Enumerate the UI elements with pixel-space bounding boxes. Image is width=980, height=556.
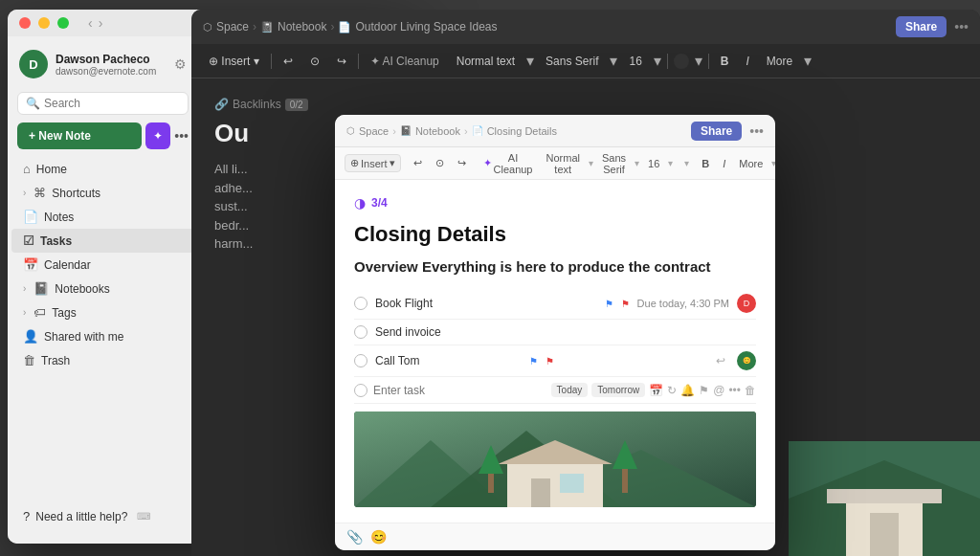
task-input[interactable]	[373, 384, 546, 397]
redo-button[interactable]: ↪	[331, 52, 352, 71]
undo-icon[interactable]: ↩	[716, 354, 725, 367]
breadcrumb-sep: ›	[464, 125, 468, 137]
task-avatar: 😊	[737, 351, 756, 370]
maximize-button[interactable]	[57, 17, 69, 29]
tomorrow-button[interactable]: Tomorrow	[591, 383, 645, 397]
bell-icon-btn[interactable]: 🔔	[680, 383, 695, 397]
notes-icon: 📄	[23, 210, 38, 224]
note-icon: 📄	[338, 21, 351, 33]
font-size-button[interactable]: 16	[623, 52, 647, 71]
user-name: Dawson Pacheco	[56, 53, 174, 66]
bg-note-titlebar: ⬡ Space › 📓 Notebook › 📄 Outdoor Living …	[191, 10, 980, 44]
sidebar-item-shortcuts[interactable]: › ⌘ Shortcuts	[11, 181, 194, 205]
more-button[interactable]: •••	[749, 123, 764, 139]
sidebar-search[interactable]: 🔍 ⌥⌘F	[17, 92, 189, 115]
ai-cleanup-button[interactable]: ✦ AI Cleanup	[479, 150, 538, 177]
color-button[interactable]	[674, 54, 689, 69]
chevron-down-icon: ▾	[668, 158, 673, 168]
list-item[interactable]: Send invoice	[354, 320, 756, 345]
modal-bottom-bar: 📎 😊	[335, 523, 775, 550]
history-button[interactable]: ⊙	[304, 52, 325, 71]
chevron-down-icon: ▾	[771, 158, 775, 168]
help-icon: ?	[23, 509, 30, 523]
today-button[interactable]: Today	[551, 383, 589, 397]
sidebar-item-notes[interactable]: 📄 Notes	[11, 205, 194, 229]
sidebar-item-notebooks[interactable]: › 📓 Notebooks	[11, 277, 194, 300]
settings-icon[interactable]: ⚙	[174, 56, 187, 72]
more-options-button[interactable]: •••	[174, 128, 189, 144]
undo-button[interactable]: ↩	[278, 52, 299, 71]
font-button[interactable]: Sans Serif	[540, 52, 604, 71]
italic-button[interactable]: I	[741, 52, 755, 71]
modal-content: ◑ 3/4 Closing Details Overview Everythin…	[335, 180, 775, 523]
insert-button[interactable]: ⊕ Insert ▾	[203, 52, 265, 71]
repeat-icon-btn[interactable]: ↻	[667, 383, 677, 397]
modal-breadcrumb: ⬡ Space › 📓 Notebook › 📄 Closing Details	[346, 125, 683, 137]
forward-arrow-icon[interactable]: ›	[99, 15, 103, 31]
task-checkbox[interactable]	[354, 354, 368, 367]
text-style-button[interactable]: Normal text	[451, 52, 521, 71]
ai-icon: ✦	[483, 157, 492, 169]
bold-button[interactable]: B	[715, 52, 735, 71]
sidebar-item-shared[interactable]: 👤 Shared with me	[11, 324, 194, 348]
text-style-button[interactable]: Normal text	[542, 150, 585, 177]
modal-titlebar: ⬡ Space › 📓 Notebook › 📄 Closing Details…	[335, 115, 775, 147]
sidebar-item-tasks[interactable]: ☑ Tasks	[11, 229, 194, 253]
breadcrumb-space: Space	[359, 125, 389, 137]
modal-window: ⬡ Space › 📓 Notebook › 📄 Closing Details…	[335, 115, 775, 550]
chevron-icon: ›	[23, 307, 26, 318]
font-size-button[interactable]: 16	[643, 156, 664, 171]
more-icon-btn[interactable]: •••	[728, 383, 741, 397]
task-checkbox[interactable]	[354, 297, 368, 310]
share-button[interactable]: Share	[896, 16, 947, 37]
chevron-down-icon: ▾	[804, 52, 812, 70]
task-name: Call Tom	[375, 354, 522, 367]
insert-button[interactable]: ⊕ ⊕ Insert Insert ▾	[345, 154, 401, 172]
more-button[interactable]: More	[734, 156, 768, 171]
plus-icon: ⊕	[350, 157, 359, 169]
breadcrumb-sep: ›	[253, 20, 256, 33]
breadcrumb-note: Outdoor Living Space Ideas	[355, 20, 497, 33]
list-item[interactable]: Call Tom ⚑ ⚑ ↩ 😊	[354, 345, 756, 377]
attach-icon[interactable]: 📎	[346, 529, 363, 545]
italic-button[interactable]: I	[718, 156, 730, 171]
search-input[interactable]	[44, 97, 188, 110]
ai-note-button[interactable]: ✦	[145, 122, 170, 149]
help-item[interactable]: ? Need a little help? ⌨	[11, 504, 194, 528]
font-button[interactable]: Sans Serif	[597, 150, 631, 177]
history-button[interactable]: ⊙	[431, 155, 449, 171]
bold-button[interactable]: B	[697, 156, 714, 171]
calendar-icon-btn[interactable]: 📅	[649, 383, 663, 397]
sidebar-item-tags[interactable]: › 🏷 Tags	[11, 300, 194, 324]
at-icon-btn[interactable]: @	[713, 383, 724, 397]
list-item[interactable]: Book Flight ⚑ ⚑ Due today, 4:30 PM D	[354, 288, 756, 320]
chevron-down-icon: ▾	[610, 52, 617, 70]
redo-button[interactable]: ↪	[453, 155, 471, 171]
chevron-down-icon: ▾	[684, 158, 689, 168]
share-button[interactable]: Share	[691, 122, 742, 141]
keyboard-icon: ⌨	[137, 511, 150, 522]
emoji-icon[interactable]: 😊	[370, 529, 387, 545]
trash-icon: 🗑	[23, 353, 35, 367]
minimize-button[interactable]	[38, 17, 50, 29]
new-note-button[interactable]: + New Note	[17, 122, 142, 149]
task-input-row[interactable]: Today Tomorrow 📅 ↻ 🔔 ⚑ @ ••• 🗑	[354, 377, 756, 404]
more-button[interactable]: More	[761, 52, 798, 71]
sidebar-item-trash[interactable]: 🗑 Trash	[11, 348, 194, 372]
undo-button[interactable]: ↩	[409, 155, 427, 171]
flag-icon-btn[interactable]: ⚑	[699, 383, 709, 397]
sidebar-item-label: Tasks	[40, 234, 72, 248]
more-icon[interactable]: •••	[954, 19, 969, 34]
back-arrow-icon[interactable]: ‹	[88, 15, 93, 31]
sidebar-item-label: Trash	[41, 354, 70, 367]
ai-cleanup-button[interactable]: ✦ AI Cleanup	[365, 52, 445, 71]
sidebar-item-home[interactable]: ⌂ Home	[11, 157, 194, 181]
delete-icon-btn[interactable]: 🗑	[745, 383, 756, 397]
insert-label: Insert	[361, 158, 388, 169]
bg-toolbar: ⊕ Insert ▾ ↩ ⊙ ↪ ✦ AI Cleanup Normal tex…	[191, 44, 980, 78]
user-profile[interactable]: D Dawson Pacheco dawson@evernote.com ⚙	[8, 44, 198, 84]
sidebar-item-calendar[interactable]: 📅 Calendar	[11, 253, 194, 277]
task-checkbox[interactable]	[354, 325, 368, 339]
close-button[interactable]	[19, 17, 31, 29]
breadcrumb-note: Closing Details	[487, 125, 557, 137]
